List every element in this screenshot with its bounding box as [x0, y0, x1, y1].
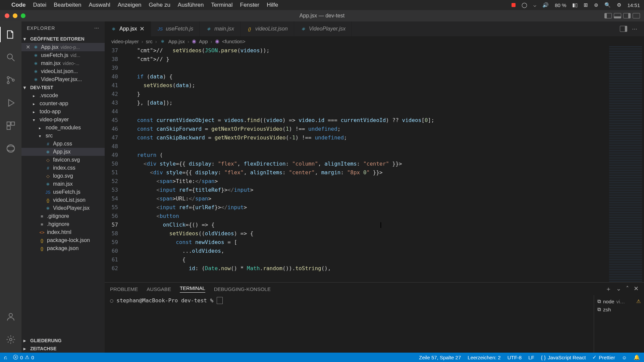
editor-tab[interactable]: JSuseFetch.js — [151, 21, 200, 36]
panel-tab-terminal[interactable]: TERMINAL — [180, 285, 205, 293]
menu-edit[interactable]: Bearbeiten — [54, 2, 81, 8]
folder-item[interactable]: .vscode — [21, 92, 105, 100]
status-prettier[interactable]: ✓Prettier — [592, 354, 615, 360]
workspace-section[interactable]: ▾ DEV-TEST — [21, 83, 105, 92]
minimap[interactable] — [607, 46, 644, 282]
file-item[interactable]: <>index.html — [21, 228, 105, 236]
editor-tab[interactable]: {}videoList.json — [240, 21, 294, 36]
folder-item[interactable]: todo-app — [21, 108, 105, 116]
terminal-dropdown-icon[interactable]: ⌄ — [616, 285, 621, 293]
status-eol[interactable]: LF — [528, 355, 534, 360]
timeline-section[interactable]: ▸ ZEITACHSE — [21, 345, 105, 353]
explorer-activity-icon[interactable] — [0, 25, 21, 44]
record-icon[interactable] — [512, 3, 516, 7]
remote-activity-icon[interactable] — [0, 139, 21, 158]
editor[interactable]: 3738394041424344454647484950515253545556… — [105, 46, 644, 282]
file-item[interactable]: #index.css — [21, 164, 105, 172]
bluetooth-icon[interactable]: ⌵ — [533, 2, 536, 8]
battery-text: 80 % — [555, 2, 566, 8]
editor-tab[interactable]: ⚛App.jsx✕ — [105, 21, 151, 36]
file-item[interactable]: ⚛main.jsx — [21, 180, 105, 188]
close-editor-icon[interactable]: ✕ — [25, 44, 31, 50]
scm-activity-icon[interactable] — [0, 71, 21, 89]
extensions-activity-icon[interactable] — [0, 117, 21, 135]
open-editor-item[interactable]: ⚛main.jsx video-... — [21, 59, 105, 67]
toggle-panel-icon[interactable] — [614, 13, 621, 18]
menu-window[interactable]: Fenster — [240, 2, 260, 8]
file-item[interactable]: ◇logo.svg — [21, 172, 105, 180]
zoom-window-icon[interactable] — [21, 13, 25, 18]
file-item[interactable]: ⚛App.jsx — [21, 148, 105, 156]
panel: PROBLEME AUSGABE TERMINAL DEBUGGING-KONS… — [105, 282, 644, 353]
folder-item[interactable]: video-player — [21, 116, 105, 124]
menu-view[interactable]: Anzeigen — [118, 2, 142, 8]
folder-item[interactable]: node_modules — [21, 124, 105, 132]
file-item[interactable]: #App.css — [21, 140, 105, 148]
status-indent[interactable]: Leerzeichen: 2 — [468, 355, 500, 360]
settings-gear-icon[interactable] — [0, 330, 21, 349]
menu-selection[interactable]: Auswahl — [89, 2, 110, 8]
folder-item[interactable]: src — [21, 132, 105, 140]
tray-icon-2[interactable]: ⊞ — [584, 2, 588, 8]
volume-icon[interactable]: 🔊 — [542, 2, 549, 8]
bell-icon[interactable]: 🔔 — [634, 354, 640, 360]
maximize-panel-icon[interactable]: ˄ — [626, 285, 629, 293]
close-window-icon[interactable] — [5, 13, 9, 18]
panel-tab-problems[interactable]: PROBLEME — [110, 286, 138, 292]
file-item[interactable]: ◇favicon.svg — [21, 156, 105, 164]
toggle-primary-sidebar-icon[interactable] — [604, 13, 612, 18]
menu-terminal[interactable]: Terminal — [211, 2, 232, 8]
file-item[interactable]: ⚛VideoPlayer.jsx — [21, 204, 105, 212]
tab-more-icon[interactable]: ⋯ — [632, 26, 639, 32]
close-panel-icon[interactable]: ✕ — [634, 285, 639, 293]
editor-tab[interactable]: ⚛main.jsx — [200, 21, 240, 36]
minimize-window-icon[interactable] — [13, 13, 17, 18]
accounts-icon[interactable] — [0, 308, 21, 326]
status-cursor[interactable]: Zeile 57, Spalte 27 — [419, 355, 461, 360]
open-editor-item[interactable]: ⚛useFetch.js vid... — [21, 51, 105, 59]
open-editor-item[interactable]: ⚛VideoPlayer.jsx... — [21, 75, 105, 83]
clock[interactable]: 14:51 — [627, 2, 640, 8]
open-editor-item[interactable]: ✕⚛App.jsx video-p... — [21, 43, 105, 51]
terminal[interactable]: ○ stephan@MacBook-Pro dev-test % — [105, 295, 594, 353]
menu-run[interactable]: Ausführen — [178, 2, 204, 8]
wifi-icon[interactable]: ⊚ — [594, 2, 598, 8]
debug-activity-icon[interactable] — [0, 94, 21, 112]
status-language[interactable]: { }JavaScript React — [541, 355, 586, 360]
close-tab-icon[interactable]: ✕ — [140, 25, 145, 33]
file-item[interactable]: ≡.hgignore — [21, 220, 105, 228]
panel-tab-debug[interactable]: DEBUGGING-KONSOLE — [214, 286, 271, 292]
open-editor-item[interactable]: ⚛videoList.json... — [21, 67, 105, 75]
terminal-session[interactable]: ⧉ node vi… ⚠ — [597, 297, 641, 305]
open-editors-section[interactable]: ▾ GEÖFFNETE EDITOREN — [21, 35, 105, 43]
file-item[interactable]: {}package-lock.json — [21, 236, 105, 244]
breadcrumb[interactable]: video-player› src› ⚛ App.jsx› ◉ App› ◉ <… — [105, 36, 644, 46]
status-encoding[interactable]: UTF-8 — [507, 355, 522, 360]
file-item[interactable]: JSuseFetch.js — [21, 188, 105, 196]
file-icon: {} — [45, 197, 51, 203]
more-icon[interactable]: ⋯ — [94, 25, 99, 31]
toggle-secondary-sidebar-icon[interactable] — [623, 13, 631, 18]
search-activity-icon[interactable] — [0, 48, 21, 66]
outline-section[interactable]: ▸ GLIEDERUNG — [21, 337, 105, 345]
customize-layout-icon[interactable] — [633, 13, 640, 18]
tray-icon[interactable]: ◯ — [522, 2, 527, 8]
control-center-icon[interactable]: ⚙ — [617, 2, 621, 8]
folder-item[interactable]: counter-app — [21, 100, 105, 108]
terminal-session[interactable]: ⧉ zsh — [597, 305, 641, 313]
menu-goto[interactable]: Gehe zu — [149, 2, 170, 8]
file-item[interactable]: ≡.gitignore — [21, 212, 105, 220]
search-icon[interactable]: 🔍 — [604, 2, 611, 8]
status-problems[interactable]: ⓧ0 ⚠0 — [13, 354, 34, 361]
split-editor-icon[interactable] — [620, 26, 627, 32]
new-terminal-icon[interactable]: ＋ — [605, 285, 611, 293]
menu-help[interactable]: Hilfe — [267, 2, 278, 8]
feedback-icon[interactable]: ☺ — [622, 355, 627, 360]
panel-tab-output[interactable]: AUSGABE — [147, 286, 171, 292]
status-remote[interactable]: ⎌ — [4, 355, 7, 360]
menu-file[interactable]: Datei — [33, 2, 47, 8]
editor-tab[interactable]: ⚛VideoPlayer.jsx — [294, 21, 352, 36]
file-item[interactable]: {}videoList.json — [21, 196, 105, 204]
file-item[interactable]: {}package.json — [21, 244, 105, 252]
menu-app[interactable]: Code — [11, 2, 26, 8]
